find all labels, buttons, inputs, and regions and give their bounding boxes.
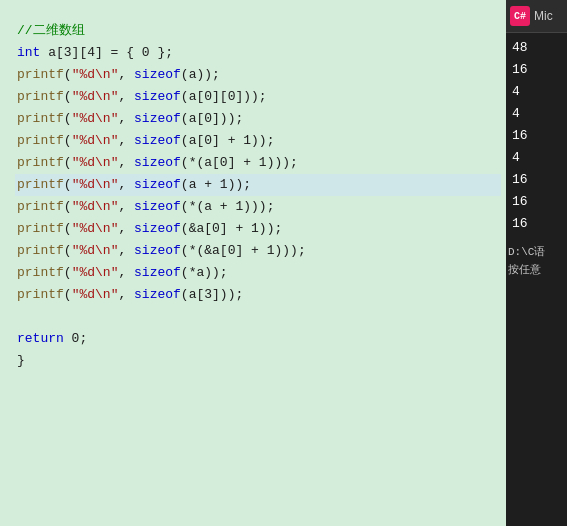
mic-icon-text: C# [514,11,526,22]
code-line-8: printf("%d\n", sizeof(&a[0] + 1)); [15,218,501,240]
output-footer: D:\C语 按任意 [506,239,567,283]
code-line-5: printf("%d\n", sizeof(*(a[0] + 1))); [15,152,501,174]
output-line-5: 16 [512,125,561,147]
code-line-11: printf("%d\n", sizeof(a[3])); [15,284,501,306]
code-line-comment: //二维数组 [15,20,501,42]
output-line-9: 16 [512,213,561,235]
comment-text: //二维数组 [17,20,85,42]
code-line-4: printf("%d\n", sizeof(a[0] + 1)); [15,130,501,152]
output-line-7: 16 [512,169,561,191]
output-footer-line2: 按任意 [508,261,565,279]
code-line-10: printf("%d\n", sizeof(*a)); [15,262,501,284]
code-line-empty [15,306,501,328]
output-line-4: 4 [512,103,561,125]
code-line-1: printf("%d\n", sizeof(a)); [15,64,501,86]
code-panel: //二维数组 int a[3][4] = { 0 }; printf("%d\n… [0,0,506,526]
code-line-3: printf("%d\n", sizeof(a[0])); [15,108,501,130]
output-numbers: 48 16 4 4 16 4 16 16 16 [506,33,567,239]
mic-app-icon: C# [510,6,530,26]
code-line-return: return 0; [15,328,501,350]
main-container: //二维数组 int a[3][4] = { 0 }; printf("%d\n… [0,0,567,526]
mic-label: Mic [534,9,553,23]
code-line-7: printf("%d\n", sizeof(*(a + 1))); [15,196,501,218]
output-line-1: 48 [512,37,561,59]
output-line-3: 4 [512,81,561,103]
code-line-2: printf("%d\n", sizeof(a[0][0])); [15,86,501,108]
mic-header: C# Mic [506,0,567,33]
code-line-decl: int a[3][4] = { 0 }; [15,42,501,64]
code-line-brace: } [15,350,501,372]
output-line-6: 4 [512,147,561,169]
right-panel: C# Mic 48 16 4 4 16 4 16 16 16 D:\C语 按任意 [506,0,567,526]
func-printf: printf [17,64,64,86]
keyword-int: int [17,42,40,64]
code-line-9: printf("%d\n", sizeof(*(&a[0] + 1))); [15,240,501,262]
output-line-2: 16 [512,59,561,81]
output-line-8: 16 [512,191,561,213]
code-line-6-highlighted: printf("%d\n", sizeof(a + 1)); [15,174,501,196]
output-footer-line1: D:\C语 [508,243,565,261]
code-content: //二维数组 int a[3][4] = { 0 }; printf("%d\n… [10,10,506,382]
